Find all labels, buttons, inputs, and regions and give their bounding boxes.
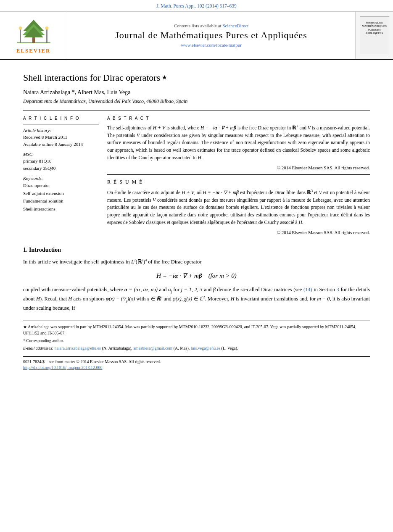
keyword-2: Self-adjoint extension — [23, 190, 99, 198]
footnote-emails: E-mail addresses: naiara.arrizabalaga@eh… — [23, 345, 370, 351]
footnote-divider — [23, 321, 370, 321]
sciencedirect-line: Contents lists available at ScienceDirec… — [174, 23, 248, 28]
elsevier-tree-icon — [15, 16, 53, 46]
footnote-star: ★ Arrizabalaga was supported in part by … — [23, 324, 370, 336]
keywords-group: Keywords: Dirac operator Self-adjoint ex… — [23, 176, 99, 213]
journal-title: Journal de Mathématiques Pures et Appliq… — [115, 30, 307, 41]
journal-thumbnail: JOURNAL DEMATHÉMATIQUESPURES ETAPPLIQUÉE… — [355, 12, 393, 59]
abstract-label: A B S T R A C T — [107, 116, 370, 121]
article-history: Article history: Received 8 March 2013 A… — [23, 128, 99, 147]
article-title: Shell interactions for Dirac operators ★ — [23, 72, 370, 83]
issn-line: 0021-7824/$ – see front matter © 2014 El… — [23, 359, 370, 364]
svg-rect-7 — [46, 29, 47, 42]
keyword-4: Shell interactions — [23, 205, 99, 213]
resume-copyright: © 2014 Elsevier Masson SAS. All rights r… — [107, 230, 370, 235]
svg-point-8 — [45, 26, 48, 30]
journal-ref-text: J. Math. Pures Appl. 102 (2014) 617–639 — [156, 3, 237, 8]
article-info-label: A R T I C L E I N F O — [23, 116, 99, 121]
keywords-list: Dirac operator Self-adjoint extension Fu… — [23, 182, 99, 213]
msc-group: MSC: primary 81Q10 secondary 35Q40 — [23, 152, 99, 171]
divider — [23, 124, 99, 124]
svg-rect-5 — [20, 29, 21, 42]
doi-link: http://dx.doi.org/10.1016/j.matpur.2013.… — [23, 365, 370, 370]
formula-H: H = −iα · ∇ + mβ (for m > 0) — [23, 272, 370, 279]
svg-point-6 — [18, 26, 22, 30]
affiliation: Departamento de Matemáticas, Universidad… — [23, 98, 370, 105]
history-label: Article history: — [23, 128, 99, 133]
resume-text: On étudie le caractère auto-adjoint de H… — [107, 189, 370, 226]
keywords-label: Keywords: — [23, 176, 99, 181]
available-date: Available online 8 January 2014 — [23, 141, 99, 148]
page: J. Math. Pures Appl. 102 (2014) 617–639 — [0, 0, 393, 532]
authors: Naiara Arrizabalaga *, Albert Mas, Luis … — [23, 89, 370, 96]
received-date: Received 8 March 2013 — [23, 134, 99, 141]
msc-primary: primary 81Q10 — [23, 158, 99, 165]
section1-para1: In this article we investigate the self-… — [23, 258, 370, 266]
email-mas[interactable]: amasblesa@gmail.com — [133, 346, 172, 350]
footnote-corresponding: * Corresponding author. — [23, 337, 370, 344]
abstract-copyright: © 2014 Elsevier Masson SAS. All rights r… — [107, 165, 370, 170]
title-star: ★ — [162, 74, 167, 81]
elsevier-wordmark: ELSEVIER — [16, 47, 51, 54]
email-vega[interactable]: luis.vega@ehu.es — [191, 346, 220, 350]
banner-center: Contents lists available at ScienceDirec… — [67, 12, 355, 59]
article-info-abstract: A R T I C L E I N F O Article history: R… — [23, 111, 370, 239]
svg-rect-1 — [32, 37, 35, 43]
page-footer: 0021-7824/$ – see front matter © 2014 El… — [23, 356, 370, 370]
msc-label: MSC: — [23, 152, 99, 157]
journal-ref-bar: J. Math. Pures Appl. 102 (2014) 617–639 — [0, 0, 393, 11]
article-info-column: A R T I C L E I N F O Article history: R… — [23, 116, 99, 239]
email-arrizabalaga[interactable]: naiara.arrizabalaga@ehu.es — [55, 346, 101, 350]
journal-url[interactable]: www.elsevier.com/locate/matpur — [181, 42, 242, 47]
elsevier-logo: ELSEVIER — [0, 12, 67, 59]
abstract-text: The self-adjointness of H + V is studied… — [107, 124, 370, 162]
msc-secondary: secondary 35Q40 — [23, 165, 99, 172]
main-content: Shell interactions for Dirac operators ★… — [0, 60, 393, 379]
abstract-column: A B S T R A C T The self-adjointness of … — [107, 116, 370, 239]
doi-url[interactable]: http://dx.doi.org/10.1016/j.matpur.2013.… — [23, 365, 102, 370]
section1-para2: coupled with measure-valued potentials, … — [23, 285, 370, 313]
section-1-heading: 1. Introduction — [23, 247, 370, 253]
keyword-3: Fundamental solution — [23, 197, 99, 205]
keyword-1: Dirac operator — [23, 182, 99, 190]
journal-banner: ELSEVIER Contents lists available at Sci… — [0, 11, 393, 60]
sciencedirect-link[interactable]: ScienceDirect — [222, 23, 248, 28]
resume-label: R É S U M É — [107, 174, 370, 185]
